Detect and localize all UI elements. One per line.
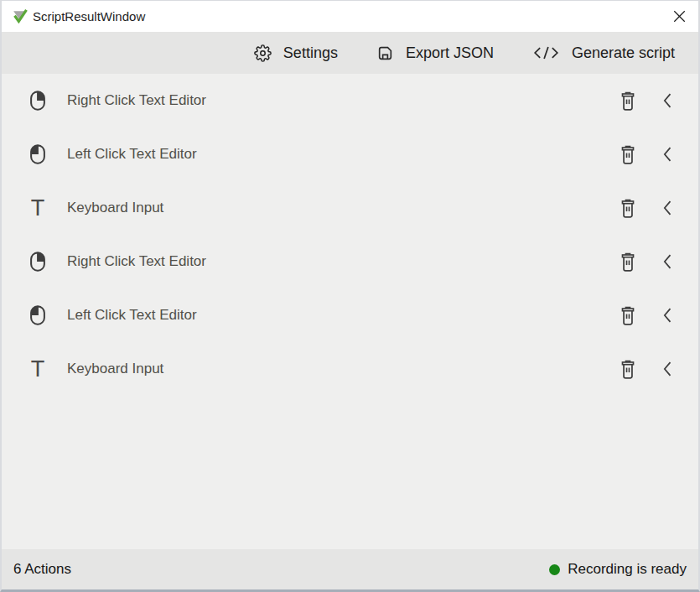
mouse-left-click-icon [27,304,49,326]
chevron-left-icon [660,252,677,271]
script-result-window: ScriptResultWindow Settings [0,0,700,592]
action-list: Right Click Text Editor [2,74,698,549]
settings-label: Settings [283,44,338,62]
trash-icon [619,360,637,379]
action-row[interactable]: Right Click Text Editor [2,74,698,127]
delete-action-button[interactable] [619,91,637,111]
chevron-left-icon [660,306,677,325]
gear-icon [254,44,272,62]
delete-action-button[interactable] [619,199,637,218]
mouse-right-click-icon [27,90,49,112]
recording-status-label: Recording is ready [568,561,687,578]
trash-icon [619,145,637,164]
chevron-left-icon [660,360,677,378]
action-label: Keyboard Input [67,200,163,216]
action-row[interactable]: Left Click Text Editor [2,127,698,181]
chevron-left-icon [660,91,677,110]
action-row[interactable]: Right Click Text Editor [2,235,698,288]
delete-action-button[interactable] [619,360,637,379]
expand-action-button[interactable] [660,199,677,217]
action-row[interactable]: T Keyboard Input [2,342,698,396]
action-label: Right Click Text Editor [67,253,206,270]
expand-action-button[interactable] [660,252,677,271]
trash-icon [619,91,637,111]
action-row[interactable]: T Keyboard Input [2,181,698,235]
status-bar: 6 Actions Recording is ready [2,549,698,589]
delete-action-button[interactable] [619,252,637,272]
expand-action-button[interactable] [660,145,677,164]
status-dot-icon [549,564,560,575]
save-icon [376,44,394,62]
toolbar: Settings Export JSON Generate script [2,32,698,74]
expand-action-button[interactable] [660,360,677,378]
keyboard-input-icon: T [27,358,49,381]
action-label: Keyboard Input [67,361,163,377]
action-label: Left Click Text Editor [67,146,197,163]
code-icon [532,44,560,62]
actions-count: 6 Actions [13,561,71,578]
window-title: ScriptResultWindow [33,9,145,23]
recording-status: Recording is ready [549,561,687,578]
close-icon [673,10,686,23]
expand-action-button[interactable] [660,306,677,325]
settings-button[interactable]: Settings [254,44,338,62]
generate-script-label: Generate script [572,44,675,62]
trash-icon [619,199,637,218]
action-label: Right Click Text Editor [67,92,206,109]
action-label: Left Click Text Editor [67,307,197,324]
expand-action-button[interactable] [660,91,677,110]
chevron-left-icon [660,145,677,164]
export-json-label: Export JSON [406,44,494,62]
title-bar: ScriptResultWindow [2,1,698,32]
app-logo-icon [11,8,29,25]
export-json-button[interactable]: Export JSON [376,44,494,62]
generate-script-button[interactable]: Generate script [532,44,675,62]
delete-action-button[interactable] [619,306,637,325]
mouse-left-click-icon [27,143,49,165]
trash-icon [619,252,637,272]
delete-action-button[interactable] [619,145,637,164]
keyboard-input-icon: T [27,197,49,220]
close-button[interactable] [660,1,698,32]
chevron-left-icon [660,199,677,217]
action-row[interactable]: Left Click Text Editor [2,288,698,342]
mouse-right-click-icon [27,251,49,273]
trash-icon [619,306,637,325]
